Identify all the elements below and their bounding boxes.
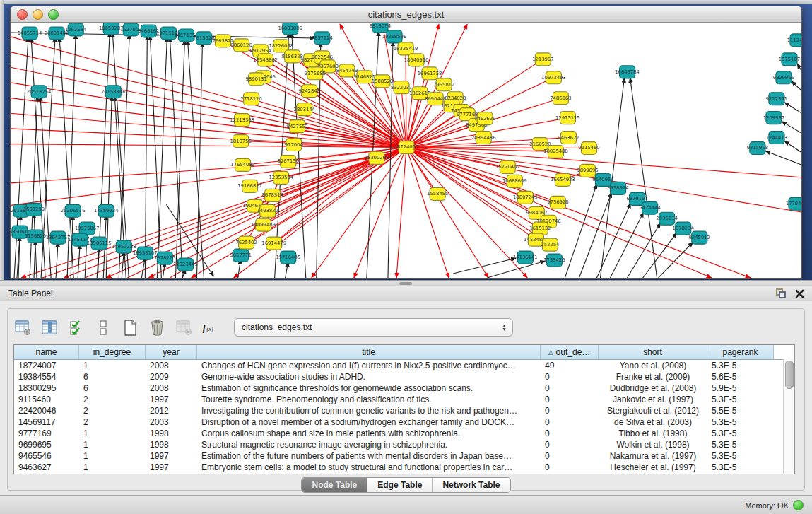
graph-node-yellow[interactable]: 16654923	[551, 173, 575, 186]
graph-node-teal[interactable]: 1581299	[23, 203, 45, 216]
graph-node-teal[interactable]: 2935114	[657, 212, 678, 225]
graph-node-yellow[interactable]: 12213363	[230, 114, 254, 127]
graph-node-yellow[interactable]: 1558455	[427, 187, 448, 200]
tab-edge-table[interactable]: Edge Table	[367, 478, 433, 492]
graph-node-teal[interactable]: 1770453	[786, 197, 801, 210]
table-row[interactable]: 2242004622012Investigating the contribut…	[14, 405, 794, 416]
graph-node-yellow[interactable]: 12975115	[555, 112, 580, 124]
graph-node-yellow[interactable]: 8427552	[287, 120, 308, 133]
table-row[interactable]: 1456911722003Disruption of a novel membe…	[14, 416, 794, 428]
graph-node-yellow[interactable]: 7625402	[235, 236, 257, 249]
graph-node-yellow[interactable]: 9115460	[578, 142, 599, 155]
graph-node-yellow[interactable]: 917004	[285, 139, 303, 151]
graph-node-teal[interactable]: 15716485	[276, 251, 300, 264]
graph-node-yellow[interactable]: 16961758	[418, 67, 442, 80]
graph-node-yellow[interactable]: 9463627	[558, 132, 579, 144]
graph-node-yellow[interactable]: 1810755	[230, 135, 251, 148]
graph-node-teal[interactable]: 1244413	[766, 132, 787, 144]
graph-node-teal[interactable]: 1262534	[65, 23, 86, 36]
table-row[interactable]: 977716911998Corpus callosum shape and si…	[14, 428, 794, 439]
graph-node-yellow[interactable]: 18325419	[394, 42, 418, 55]
graph-node-teal[interactable]: 17359924	[94, 204, 119, 217]
graph-node-teal[interactable]: 13942757	[46, 231, 71, 244]
graph-node-yellow[interactable]: 18640910	[404, 54, 429, 66]
graph-node-teal[interactable]: 20513754	[27, 86, 52, 98]
graph-node-teal[interactable]: 1733426	[543, 254, 565, 267]
graph-node-teal[interactable]: 9227341	[766, 93, 787, 105]
column-header-title[interactable]: title	[197, 345, 541, 359]
graph-node-teal[interactable]: 1575187	[779, 53, 800, 66]
table-settings-icon[interactable]	[13, 318, 32, 337]
graph-node-yellow[interactable]: 1588520	[372, 75, 393, 88]
show-columns-icon[interactable]	[40, 318, 59, 337]
delete-column-icon[interactable]	[175, 318, 193, 337]
graph-node-teal[interactable]: 9245012	[689, 231, 710, 244]
graph-node-teal[interactable]: 7857224	[312, 32, 333, 45]
table-select-dropdown[interactable]: citations_edges.txt ▲▼	[234, 318, 513, 337]
graph-node-teal[interactable]: 1112453	[787, 34, 801, 47]
graph-node-yellow[interactable]: 17654082	[230, 158, 255, 171]
graph-node-yellow[interactable]: 7485063	[550, 92, 571, 105]
deselect-all-icon[interactable]	[94, 318, 112, 337]
graph-node-yellow[interactable]: 9860126	[230, 39, 252, 52]
column-header-name[interactable]: name	[14, 345, 79, 359]
graph-node-yellow[interactable]: 1213967	[532, 53, 553, 66]
table-row[interactable]: 1872400712008Changes of HCN gene express…	[14, 360, 794, 371]
graph-node-yellow[interactable]: 7955812	[433, 78, 454, 91]
tab-node-table[interactable]: Node Table	[302, 478, 367, 492]
graph-node-yellow[interactable]: 12353554	[269, 171, 293, 184]
zoom-window-button[interactable]	[48, 9, 59, 20]
graph-node-teal[interactable]: 12923445	[173, 258, 198, 271]
select-all-icon[interactable]	[67, 318, 86, 337]
graph-node-teal[interactable]: 1678275	[154, 252, 175, 264]
graph-node-teal[interactable]: 14055714	[18, 27, 42, 40]
table-row[interactable]: 911546021997Tourette syndrome. Phenomeno…	[14, 394, 794, 405]
graph-node-teal[interactable]: 20153346	[101, 86, 126, 98]
graph-node-yellow[interactable]: 2718120	[240, 93, 261, 105]
graph-node-yellow[interactable]: 9890131	[245, 73, 266, 86]
float-panel-icon[interactable]	[775, 288, 787, 299]
graph-node-teal[interactable]: 1678234	[673, 222, 694, 235]
graph-node-yellow[interactable]: 9175685	[305, 67, 326, 80]
table-row[interactable]: 946554611997Estimation of the future num…	[14, 450, 794, 462]
close-window-button[interactable]	[17, 9, 28, 20]
graph-node-yellow[interactable]: 9756928	[547, 196, 568, 209]
graph-node-teal[interactable]: 1156829	[25, 230, 46, 243]
function-builder-icon[interactable]: f (x)	[201, 318, 220, 337]
column-header-out_de[interactable]: △out_de…	[541, 345, 599, 359]
graph-node-yellow[interactable]: 9242848	[299, 85, 320, 98]
graph-node-yellow[interactable]: 2803144	[294, 103, 315, 116]
column-header-in_degree[interactable]: in_degree	[79, 345, 146, 359]
graph-node-teal[interactable]: 20206576	[61, 204, 86, 217]
table-row[interactable]: 969969511998Structural magnetic resonanc…	[14, 439, 794, 450]
graph-node-yellow[interactable]: 8678314	[262, 189, 283, 201]
graph-node-teal[interactable]: 9474444	[639, 201, 660, 214]
close-panel-icon[interactable]	[794, 288, 805, 299]
scrollbar-thumb[interactable]	[785, 361, 794, 389]
new-table-icon[interactable]	[121, 318, 139, 337]
graph-node-teal[interactable]: 9657771	[230, 249, 251, 262]
graph-node-teal[interactable]: 14136141	[513, 251, 538, 264]
minimize-window-button[interactable]	[33, 9, 43, 20]
citation-network-canvas[interactable]: 1405571420891406126253410653287152700294…	[11, 23, 801, 278]
graph-node-teal[interactable]: 1209387	[763, 112, 784, 124]
graph-node-yellow[interactable]: 16914479	[261, 237, 286, 250]
graph-node-yellow[interactable]: 8186328	[282, 50, 303, 63]
graph-node-teal[interactable]: 16648784	[615, 66, 640, 78]
column-header-short[interactable]: short	[599, 345, 707, 359]
table-row[interactable]: 1938455462009Genome-wide association stu…	[14, 371, 794, 382]
column-header-pagerank[interactable]: pagerank	[707, 345, 774, 359]
column-header-year[interactable]: year	[146, 345, 197, 359]
table-row[interactable]: 946362711997Embryonic stem cells: a mode…	[14, 462, 794, 473]
tab-network-table[interactable]: Network Table	[433, 478, 510, 492]
delete-table-icon[interactable]	[148, 318, 166, 337]
graph-node-teal[interactable]: 9329966	[773, 71, 794, 84]
graph-node-yellow[interactable]: 8267150	[278, 155, 299, 168]
graph-node-yellow[interactable]: 252254	[541, 238, 559, 251]
graph-node-yellow[interactable]: 1493822	[257, 204, 278, 217]
graph-node-teal[interactable]: 8958924	[607, 182, 628, 194]
graph-node-yellow[interactable]: 7462626	[474, 112, 495, 125]
graph-node-yellow[interactable]: 10688609	[502, 175, 527, 187]
table-row[interactable]: 1830029562008Estimation of significance …	[14, 382, 794, 394]
graph-node-yellow[interactable]: 19166827	[237, 180, 262, 192]
